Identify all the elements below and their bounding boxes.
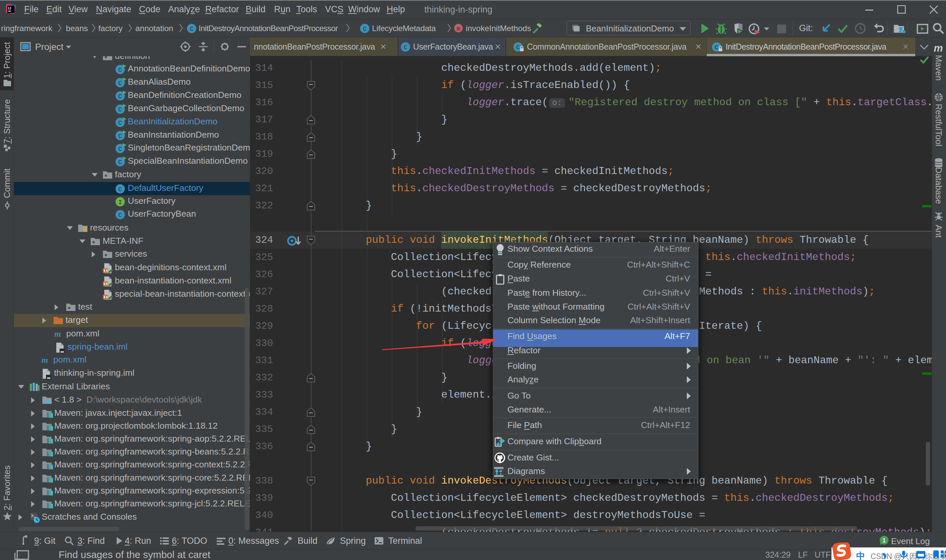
svg-text:C: C — [118, 132, 122, 140]
svg-text:C: C — [118, 80, 122, 87]
svg-text:C: C — [118, 212, 122, 219]
svg-text:C: C — [118, 93, 122, 100]
svg-text:I: I — [118, 199, 122, 206]
svg-text:C: C — [118, 159, 122, 166]
svg-text:C: C — [118, 106, 122, 114]
svg-text:C: C — [516, 44, 520, 51]
svg-text:C: C — [118, 186, 122, 193]
svg-text:1: 1 — [883, 537, 886, 544]
svg-text:C: C — [404, 44, 407, 51]
svg-text:C: C — [715, 44, 719, 51]
svg-text:m: m — [42, 355, 48, 365]
svg-text:m: m — [54, 329, 61, 339]
svg-text:m: m — [457, 25, 461, 32]
svg-text:C: C — [363, 26, 367, 32]
svg-text:C: C — [118, 66, 122, 74]
svg-text:C: C — [190, 26, 194, 32]
svg-text:IJ: IJ — [8, 6, 11, 10]
svg-text:C: C — [118, 119, 122, 127]
svg-text:C: C — [118, 146, 122, 153]
